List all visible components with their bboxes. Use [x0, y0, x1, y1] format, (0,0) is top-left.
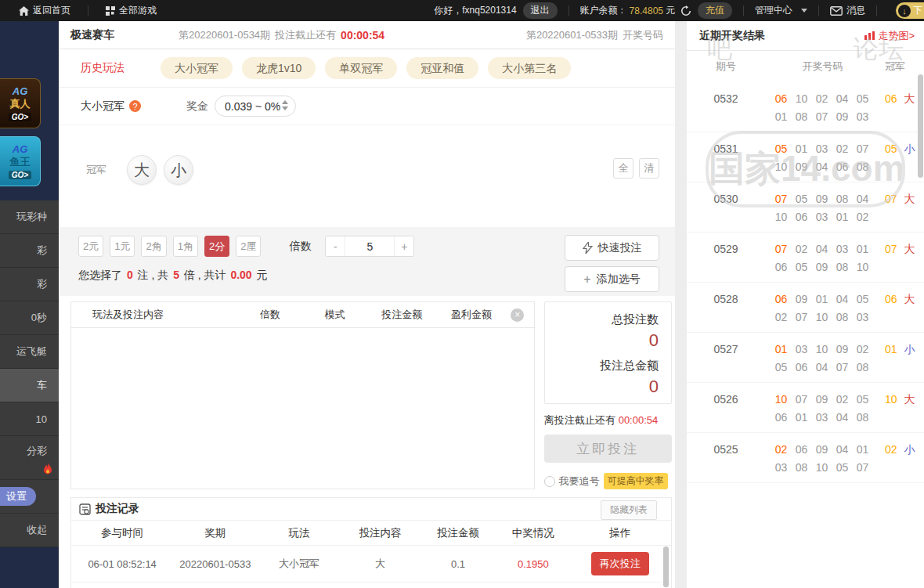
numbers-line-1: 0609010405: [774, 293, 880, 305]
recent-results-panel: 近期开奖结果 走势图> 期号 开奖号码 冠军 05320610020405010…: [687, 21, 924, 588]
sidebar-item-彩[interactable]: 彩: [0, 234, 59, 268]
bet-now-button[interactable]: 立即投注: [544, 435, 672, 463]
refresh-icon[interactable]: [680, 5, 691, 16]
tab-pill-group: 大小冠军龙虎1v10单双冠军冠亚和值大小第三名: [161, 57, 580, 79]
clear-button[interactable]: 清: [639, 158, 659, 179]
denomination-2角[interactable]: 2角: [141, 236, 166, 257]
option-小[interactable]: 小: [164, 155, 193, 185]
multiplier-value[interactable]: 5: [345, 236, 395, 256]
slip-column-header: 模式: [302, 308, 367, 322]
denomination-1元[interactable]: 1元: [110, 236, 135, 257]
sidebar-item-分彩[interactable]: 分彩: [0, 436, 59, 480]
sidebar-item-label: 彩: [37, 243, 47, 258]
select-all-button[interactable]: 全: [613, 158, 633, 179]
option-大[interactable]: 大: [127, 155, 157, 185]
tab-冠亚和值[interactable]: 冠亚和值: [406, 57, 478, 79]
divider: [743, 5, 744, 16]
result-issue: 0528: [687, 283, 765, 332]
recharge-button[interactable]: 充值: [698, 2, 732, 19]
ball-number: 02: [836, 142, 849, 155]
ball-number: 05: [836, 461, 849, 474]
sidebar-item-车[interactable]: 车: [0, 369, 59, 402]
promo-brand: AG: [13, 85, 28, 97]
bonus-select[interactable]: 0.039 ~ 0%: [215, 96, 296, 117]
sidebar-item-0秒[interactable]: 0秒: [0, 301, 59, 335]
numbers-line-1: 0501030207: [774, 142, 880, 155]
rebet-button[interactable]: 再次投注: [591, 552, 649, 575]
denomination-1角[interactable]: 1角: [173, 236, 198, 257]
home-link[interactable]: 返回首页: [19, 4, 70, 17]
result-champion: 02小: [880, 433, 924, 482]
all-games-link[interactable]: 全部游戏: [106, 4, 157, 17]
tab-单双冠军[interactable]: 单双冠军: [325, 57, 397, 79]
home-label: 返回首页: [33, 4, 70, 17]
tab-大小第三名[interactable]: 大小第三名: [488, 57, 571, 79]
sidebar-item-彩[interactable]: 彩: [0, 268, 59, 301]
result-champion: 06大: [880, 283, 924, 332]
summary-text: 倍 , 共计: [181, 269, 229, 281]
ball-number: 09: [815, 193, 828, 205]
results-header: 近期开奖结果 走势图>: [687, 21, 924, 51]
chase-badge: 可提高中奖率: [604, 473, 668, 489]
sidebar-item-设置[interactable]: 设置: [0, 480, 59, 514]
hide-list-button[interactable]: 隐藏列表: [601, 500, 657, 520]
sidebar-item-玩彩种[interactable]: 玩彩种: [0, 200, 59, 234]
ball-number: 08: [856, 411, 869, 424]
totals-box: 总投注数 0 投注总金额 0: [544, 301, 672, 404]
record-issue: 20220601-0533: [173, 558, 257, 570]
promo-ag-live-banner[interactable]: AG 真人 GO>: [0, 78, 41, 128]
champion-size: 小: [904, 142, 915, 182]
messages-link[interactable]: 消息: [830, 4, 865, 17]
numbers-line-1: 0103100902: [774, 343, 880, 355]
denomination-2分[interactable]: 2分: [204, 236, 229, 257]
numbers-line-2: 0506040708: [774, 361, 880, 373]
logout-button[interactable]: 退出: [523, 2, 558, 19]
multiplier-plus-button[interactable]: +: [395, 236, 413, 256]
trend-chart-link[interactable]: 走势图>: [864, 29, 915, 43]
divider: [876, 5, 877, 16]
sidebar-item-运飞艇[interactable]: 运飞艇: [0, 335, 59, 369]
denomination-2元[interactable]: 2元: [78, 236, 103, 257]
tab-大小冠军[interactable]: 大小冠军: [161, 57, 233, 79]
admin-center-menu[interactable]: 管理中心: [755, 4, 807, 17]
ball-number: 01: [836, 211, 849, 223]
balance-label: 账户余额：: [580, 4, 627, 17]
sidebar-item-10[interactable]: 10: [0, 402, 59, 436]
ball-number: 04: [815, 243, 828, 255]
records-scrollbar-thumb[interactable]: [663, 547, 669, 587]
result-numbers: 01031009020506040708: [765, 333, 880, 382]
result-issue: 0531: [687, 132, 765, 182]
sidebar-item-label: 0秒: [31, 311, 47, 325]
chevron-down-icon: [801, 9, 807, 13]
denomination-2厘[interactable]: 2厘: [236, 236, 261, 257]
chase-radio[interactable]: [544, 476, 555, 487]
help-icon[interactable]: ?: [129, 100, 141, 112]
download-icon: ↓: [898, 5, 911, 17]
ball-number: 07: [856, 461, 869, 474]
quick-bet-button[interactable]: 快速投注: [565, 235, 659, 261]
ball-number: 05: [856, 393, 869, 406]
multiplier-minus-button[interactable]: -: [326, 236, 345, 256]
balance-value: 78.4805: [630, 5, 663, 16]
results-scrollbar-thumb[interactable]: [918, 74, 923, 178]
numbers-line-2: 0207100803: [774, 311, 880, 323]
ball-number: 07: [774, 193, 788, 205]
ball-number: 07: [795, 393, 808, 406]
ball-number: 10: [774, 393, 788, 406]
ball-number: 06: [774, 411, 788, 424]
tab-龙虎1v10[interactable]: 龙虎1v10: [242, 57, 316, 79]
result-numbers: 02060904010308100507: [765, 433, 880, 482]
ball-number: 06: [795, 443, 808, 456]
balance-unit: 元: [666, 4, 675, 17]
settings-pill: 设置: [0, 487, 36, 506]
close-icon[interactable]: ×: [511, 308, 524, 322]
ball-number: 07: [795, 311, 808, 323]
download-app-button[interactable]: ↓ 下: [896, 2, 924, 19]
add-selection-button[interactable]: + 添加选号: [565, 266, 659, 292]
tab-history-plays[interactable]: 历史玩法: [81, 61, 125, 75]
spinner-icon[interactable]: [282, 100, 288, 110]
sidebar-item-收起[interactable]: 收起: [0, 514, 59, 547]
promo-ag-fish-banner[interactable]: AG 鱼王 GO>: [0, 136, 41, 186]
greeting-text: 你好，fxnq5201314: [434, 4, 516, 17]
ball-number: 01: [774, 343, 788, 355]
